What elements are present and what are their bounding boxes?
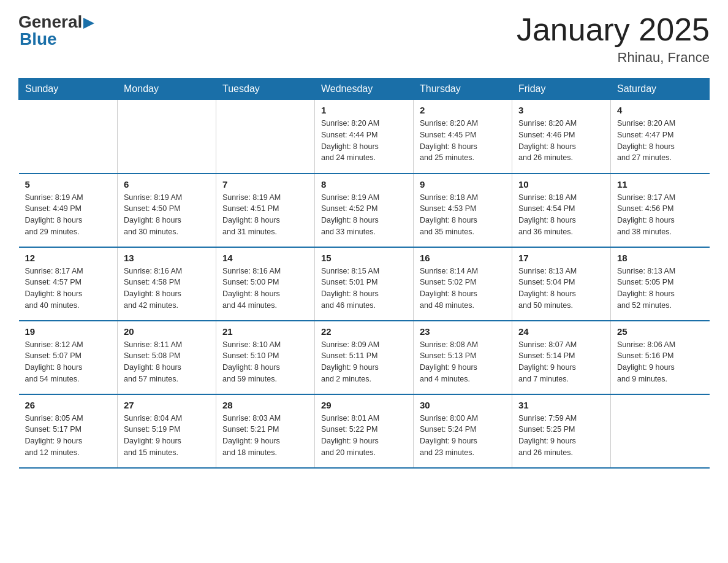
day-info: Sunrise: 8:00 AM Sunset: 5:24 PM Dayligh… [420,413,506,459]
day-info: Sunrise: 8:01 AM Sunset: 5:22 PM Dayligh… [321,413,407,459]
day-info: Sunrise: 8:14 AM Sunset: 5:02 PM Dayligh… [420,266,506,312]
day-info: Sunrise: 8:09 AM Sunset: 5:11 PM Dayligh… [321,339,407,385]
calendar-cell: 5Sunrise: 8:19 AM Sunset: 4:49 PM Daylig… [19,174,118,247]
calendar-week-row: 1Sunrise: 8:20 AM Sunset: 4:44 PM Daylig… [19,100,710,174]
day-number: 12 [25,253,112,263]
day-number: 10 [518,179,604,190]
day-info: Sunrise: 8:04 AM Sunset: 5:19 PM Dayligh… [124,413,210,459]
calendar-week-row: 12Sunrise: 8:17 AM Sunset: 4:57 PM Dayli… [19,247,710,321]
calendar-cell: 1Sunrise: 8:20 AM Sunset: 4:44 PM Daylig… [315,100,414,174]
day-number: 8 [321,179,407,190]
logo-blue-text: Blue [20,29,57,48]
calendar-cell: 11Sunrise: 8:17 AM Sunset: 4:56 PM Dayli… [611,174,710,247]
calendar-header-row: SundayMondayTuesdayWednesdayThursdayFrid… [19,79,710,100]
calendar-cell: 14Sunrise: 8:16 AM Sunset: 5:00 PM Dayli… [216,247,315,321]
calendar-cell: 7Sunrise: 8:19 AM Sunset: 4:51 PM Daylig… [216,174,315,247]
calendar-cell: 27Sunrise: 8:04 AM Sunset: 5:19 PM Dayli… [118,394,216,468]
day-info: Sunrise: 8:06 AM Sunset: 5:16 PM Dayligh… [617,339,703,385]
day-info: Sunrise: 8:19 AM Sunset: 4:52 PM Dayligh… [321,192,407,238]
calendar-cell [118,100,216,174]
day-info: Sunrise: 8:13 AM Sunset: 5:04 PM Dayligh… [518,266,604,312]
calendar-cell: 19Sunrise: 8:12 AM Sunset: 5:07 PM Dayli… [19,321,118,394]
day-info: Sunrise: 8:20 AM Sunset: 4:45 PM Dayligh… [420,118,506,164]
day-number: 29 [321,400,407,410]
day-info: Sunrise: 8:20 AM Sunset: 4:44 PM Dayligh… [321,118,407,164]
calendar-cell: 23Sunrise: 8:08 AM Sunset: 5:13 PM Dayli… [414,321,512,394]
day-info: Sunrise: 8:13 AM Sunset: 5:05 PM Dayligh… [617,266,703,312]
day-number: 18 [617,253,703,263]
calendar-cell: 16Sunrise: 8:14 AM Sunset: 5:02 PM Dayli… [414,247,512,321]
day-info: Sunrise: 8:03 AM Sunset: 5:21 PM Dayligh… [222,413,308,459]
day-info: Sunrise: 8:19 AM Sunset: 4:50 PM Dayligh… [124,192,210,238]
calendar-cell: 22Sunrise: 8:09 AM Sunset: 5:11 PM Dayli… [315,321,414,394]
calendar-cell: 21Sunrise: 8:10 AM Sunset: 5:10 PM Dayli… [216,321,315,394]
day-number: 14 [222,253,308,263]
calendar-cell: 13Sunrise: 8:16 AM Sunset: 4:58 PM Dayli… [118,247,216,321]
day-number: 30 [420,400,506,410]
day-number: 21 [222,326,308,337]
header-day-saturday: Saturday [611,79,710,100]
day-number: 31 [518,400,604,410]
calendar-cell: 2Sunrise: 8:20 AM Sunset: 4:45 PM Daylig… [414,100,512,174]
calendar-cell: 9Sunrise: 8:18 AM Sunset: 4:53 PM Daylig… [414,174,512,247]
calendar-cell: 6Sunrise: 8:19 AM Sunset: 4:50 PM Daylig… [118,174,216,247]
calendar-week-row: 19Sunrise: 8:12 AM Sunset: 5:07 PM Dayli… [19,321,710,394]
calendar-cell: 31Sunrise: 7:59 AM Sunset: 5:25 PM Dayli… [512,394,611,468]
day-number: 9 [420,179,506,190]
day-number: 22 [321,326,407,337]
day-number: 27 [124,400,210,410]
calendar-cell [611,394,710,468]
month-title: January 2025 [517,12,710,47]
calendar-cell: 20Sunrise: 8:11 AM Sunset: 5:08 PM Dayli… [118,321,216,394]
calendar-cell: 25Sunrise: 8:06 AM Sunset: 5:16 PM Dayli… [611,321,710,394]
day-number: 17 [518,253,604,263]
day-number: 28 [222,400,308,410]
title-block: January 2025 Rhinau, France [517,12,710,66]
day-info: Sunrise: 8:16 AM Sunset: 5:00 PM Dayligh… [222,266,308,312]
header-day-friday: Friday [512,79,611,100]
day-number: 13 [124,253,210,263]
day-number: 11 [617,179,703,190]
day-info: Sunrise: 8:18 AM Sunset: 4:54 PM Dayligh… [518,192,604,238]
calendar-week-row: 26Sunrise: 8:05 AM Sunset: 5:17 PM Dayli… [19,394,710,468]
day-info: Sunrise: 8:17 AM Sunset: 4:56 PM Dayligh… [617,192,703,238]
day-number: 25 [617,326,703,337]
logo-flag-icon [83,18,94,29]
day-number: 2 [420,105,506,115]
header-day-thursday: Thursday [414,79,512,100]
day-info: Sunrise: 8:19 AM Sunset: 4:49 PM Dayligh… [25,192,112,238]
day-info: Sunrise: 8:15 AM Sunset: 5:01 PM Dayligh… [321,266,407,312]
day-info: Sunrise: 8:16 AM Sunset: 4:58 PM Dayligh… [124,266,210,312]
day-number: 15 [321,253,407,263]
day-info: Sunrise: 8:11 AM Sunset: 5:08 PM Dayligh… [124,339,210,385]
day-number: 1 [321,105,407,115]
calendar-cell: 15Sunrise: 8:15 AM Sunset: 5:01 PM Dayli… [315,247,414,321]
calendar-cell: 10Sunrise: 8:18 AM Sunset: 4:54 PM Dayli… [512,174,611,247]
calendar-cell [216,100,315,174]
day-info: Sunrise: 8:20 AM Sunset: 4:46 PM Dayligh… [518,118,604,164]
day-number: 4 [617,105,703,115]
calendar-cell: 18Sunrise: 8:13 AM Sunset: 5:05 PM Dayli… [611,247,710,321]
header-day-monday: Monday [118,79,216,100]
day-info: Sunrise: 8:18 AM Sunset: 4:53 PM Dayligh… [420,192,506,238]
calendar-cell: 28Sunrise: 8:03 AM Sunset: 5:21 PM Dayli… [216,394,315,468]
calendar-cell: 29Sunrise: 8:01 AM Sunset: 5:22 PM Dayli… [315,394,414,468]
day-info: Sunrise: 8:05 AM Sunset: 5:17 PM Dayligh… [25,413,112,459]
day-number: 20 [124,326,210,337]
day-info: Sunrise: 8:20 AM Sunset: 4:47 PM Dayligh… [617,118,703,164]
header-day-tuesday: Tuesday [216,79,315,100]
day-info: Sunrise: 8:12 AM Sunset: 5:07 PM Dayligh… [25,339,112,385]
calendar-cell: 8Sunrise: 8:19 AM Sunset: 4:52 PM Daylig… [315,174,414,247]
day-number: 16 [420,253,506,263]
day-number: 23 [420,326,506,337]
location-text: Rhinau, France [517,50,710,66]
day-number: 5 [25,179,112,190]
header-day-wednesday: Wednesday [315,79,414,100]
calendar-week-row: 5Sunrise: 8:19 AM Sunset: 4:49 PM Daylig… [19,174,710,247]
calendar-cell: 24Sunrise: 8:07 AM Sunset: 5:14 PM Dayli… [512,321,611,394]
svg-marker-0 [83,18,94,29]
page-header: General Blue January 2025 Rhinau, France [18,12,710,66]
calendar-cell: 26Sunrise: 8:05 AM Sunset: 5:17 PM Dayli… [19,394,118,468]
day-info: Sunrise: 8:19 AM Sunset: 4:51 PM Dayligh… [222,192,308,238]
day-info: Sunrise: 8:17 AM Sunset: 4:57 PM Dayligh… [25,266,112,312]
